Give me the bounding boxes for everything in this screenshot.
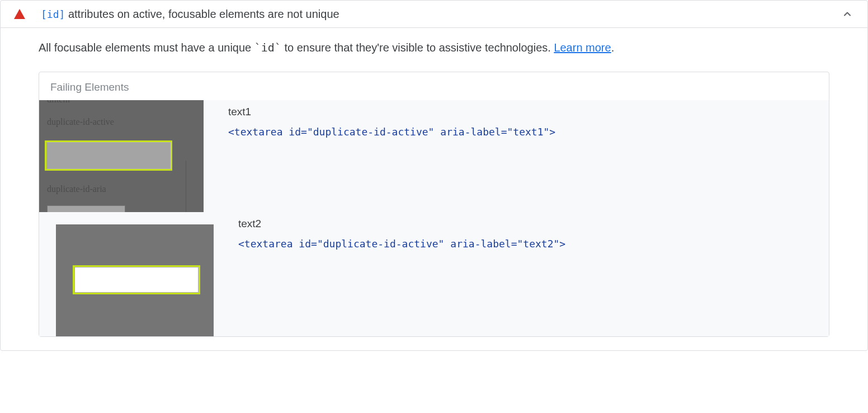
failing-element-code: <textarea id="duplicate-id-active" aria-… <box>238 238 818 250</box>
failing-elements-header: Failing Elements <box>39 72 829 100</box>
chevron-up-icon[interactable] <box>841 7 854 21</box>
element-thumbnail <box>56 224 214 336</box>
audit-description: All focusable elements must have a uniqu… <box>39 39 829 56</box>
element-thumbnail: dlitem duplicate-id-active duplicate-id-… <box>39 100 204 212</box>
audit-body: All focusable elements must have a uniqu… <box>1 28 867 350</box>
audit-title-text: attributes on active, focusable elements… <box>65 8 339 20</box>
failing-element-details: text1 <textarea id="duplicate-id-active"… <box>228 100 818 138</box>
error-triangle-icon <box>14 9 25 19</box>
failing-element-label: text2 <box>238 218 818 230</box>
failing-elements-panel: Failing Elements dlitem duplicate-id-act… <box>39 72 829 337</box>
thumbnail-highlight-border <box>45 140 172 171</box>
description-code: `id` <box>254 41 281 54</box>
audit-item: [id] attributes on active, focusable ele… <box>0 0 868 351</box>
failing-element-label: text1 <box>228 106 818 118</box>
audit-title: [id] attributes on active, focusable ele… <box>41 8 841 21</box>
failing-element-row[interactable]: dlitem duplicate-id-active duplicate-id-… <box>39 100 818 212</box>
audit-title-code: [id] <box>41 8 65 20</box>
failing-element-code: <textarea id="duplicate-id-active" aria-… <box>228 126 818 138</box>
failing-element-row[interactable]: text2 <textarea id="duplicate-id-active"… <box>39 212 818 336</box>
description-post: to ensure that they're visible to assist… <box>281 41 554 54</box>
thumbnail-highlight <box>73 265 200 294</box>
failing-elements-list: dlitem duplicate-id-active duplicate-id-… <box>39 100 829 336</box>
description-pre: All focusable elements must have a uniqu… <box>39 41 254 54</box>
audit-header[interactable]: [id] attributes on active, focusable ele… <box>1 1 867 28</box>
failing-element-details: text2 <textarea id="duplicate-id-active"… <box>238 212 818 250</box>
description-period: . <box>611 41 615 54</box>
learn-more-link[interactable]: Learn more <box>554 41 611 54</box>
